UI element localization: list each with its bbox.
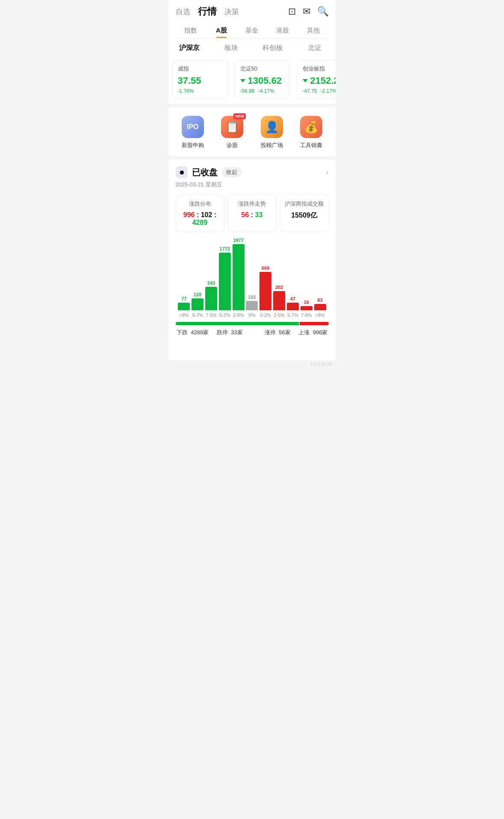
quick-item-tg[interactable]: 👤 投顾广场 [261,116,283,149]
progress-red [300,322,328,325]
card-value-0: 37.55 [178,75,222,86]
colon2: : [214,211,216,218]
bar-rect-7 [273,291,285,310]
bar-label-top-3: 1772 [220,246,230,251]
bar-label-top-4: 1977 [233,238,243,243]
bar-label-top-8: 47 [290,296,295,301]
card-change-2: -47.75 -2.17% [303,88,336,94]
bar-label-top-10: 63 [317,298,322,303]
bar-label-bottom-6: 0-2% [260,312,271,318]
colon3: : [251,211,253,218]
stat-flat: 102 [201,211,212,218]
tab-jijin[interactable]: 基金 [237,22,268,38]
nav-juece[interactable]: 决策 [224,7,239,17]
stat-limit-down: 33 [255,211,263,218]
stat-rise: 996 [183,211,195,218]
bar-rect-6 [259,272,271,310]
tab-zhishu[interactable]: 指数 [176,22,206,38]
fall-label: 下跌 [177,329,188,336]
market-header: ⏺ 已收盘 收起 › [176,166,329,178]
scanner-icon[interactable]: ⊡ [288,6,296,17]
collapse-button[interactable]: 收起 [222,167,242,177]
bar-group-8: 47 5-7% [286,296,300,318]
chevron-right-icon[interactable]: › [326,168,329,177]
bar-label-bottom-0: >9% [179,312,189,318]
quick-item-gj[interactable]: 💰 工具锦囊 [300,116,322,149]
bar-rect-4 [233,244,245,310]
market-status-icon: ⏺ [176,166,188,178]
tab-agu[interactable]: A股 [206,22,237,38]
quick-item-ipo[interactable]: IPO 新股申购 [182,116,204,149]
card-title-2: 创业板指 [303,65,336,73]
index-card-beizhen50[interactable]: 北证50 1305.62 -56.88 -4.17% [235,60,290,99]
bar-label-top-0: 77 [181,296,186,301]
limit-down-label: 跌停 [217,329,228,336]
tab2-kechuang[interactable]: 科创板 [252,42,294,54]
gj-icon-symbol: 💰 [304,121,318,134]
header-nav: 自选 行情 决策 [176,5,239,18]
bar-label-top-7: 202 [275,285,283,290]
bottom-stats: 下跌 4289家 跌停 33家 涨停 56家 上涨 996家 [176,329,329,336]
stat-card-distribution[interactable]: 涨跌分布 996 : 102 : 4289 [176,194,224,232]
quick-access: IPO 新股申购 📋 NEW 诊股 👤 投顾广场 💰 工具锦囊 [169,107,336,156]
tab2-bankuai[interactable]: 板块 [210,42,252,54]
tabs-row-2: 沪深京 板块 科创板 北证 [169,38,336,57]
ipo-label: IPO [187,123,199,131]
tab2-beizhen[interactable]: 北证 [294,42,336,54]
tab2-hushen[interactable]: 沪深京 [169,42,211,54]
search-icon[interactable]: 🔍 [317,6,329,17]
ipo-text: 新股申购 [182,141,204,149]
stat-card-trend[interactable]: 涨跌停走势 56 : 33 [228,194,277,232]
bar-label-bottom-10: >9% [315,312,324,318]
bar-label-bottom-1: 9-7% [192,312,203,318]
gj-text: 工具锦囊 [300,141,322,149]
stat-label-0: 涨跌分布 [180,200,220,208]
stats-row: 涨跌分布 996 : 102 : 4289 涨跌停走势 56 : 33 沪深两指… [176,194,329,232]
bar-rect-2 [205,287,217,310]
mail-icon[interactable]: ✉ [303,6,310,17]
stat-fall: 4289 [192,219,208,226]
colon1: : [197,211,199,218]
header-top: 自选 行情 决策 ⊡ ✉ 🔍 [176,5,329,22]
bar-label-top-9: 16 [304,300,309,305]
tab-ganggu[interactable]: 港股 [267,22,298,38]
bar-chart-area: 77 >9% 120 9-7% 343 7-5% 1772 5-2% 1977 [176,241,329,354]
bar-label-top-5: 102 [248,295,256,300]
nav-zixuan[interactable]: 自选 [176,7,190,17]
bar-rect-5 [246,301,258,310]
header: 自选 行情 决策 ⊡ ✉ 🔍 指数 A股 基金 港股 其他 [169,0,336,38]
bar-group-5: 102 0% [245,295,259,318]
tab-qita[interactable]: 其他 [298,22,329,38]
new-badge: NEW [233,113,246,119]
header-icons: ⊡ ✉ 🔍 [288,6,329,17]
rise-label: 上涨 [298,329,309,336]
bar-label-bottom-8: 5-7% [287,312,298,318]
tg-icon-symbol: 👤 [265,121,279,134]
stat-value-2: 15509亿 [285,211,324,220]
bar-group-6: 668 0-2% [259,265,272,318]
card-value-2: 2152.28 [303,75,336,86]
nav-hangqing[interactable]: 行情 [198,5,217,18]
bar-group-1: 120 9-7% [191,292,204,318]
bottom-stats-left: 下跌 4289家 跌停 33家 [176,329,244,336]
index-card-chengzhi[interactable]: 成指 37.55 -1.76% [172,60,228,99]
limit-up-label: 涨停 [265,329,276,336]
bar-group-3: 1772 5-2% [218,246,232,318]
bar-rect-1 [192,298,203,310]
index-card-chuangye[interactable]: 创业板指 2152.28 -47.75 -2.17% [297,60,336,99]
bar-group-2: 343 7-5% [204,280,218,318]
market-title-row: ⏺ 已收盘 收起 [176,166,242,178]
bar-group-7: 202 2-5% [272,285,286,318]
stat-value-1: 56 : 33 [233,211,272,219]
bar-label-bottom-2: 7-5% [206,312,217,318]
quick-item-zg[interactable]: 📋 NEW 诊股 [221,116,243,149]
stat-card-volume[interactable]: 沪深两指成交额 15509亿 [280,194,329,232]
bar-group-9: 16 7-9% [300,300,313,318]
bars-container: 77 >9% 120 9-7% 343 7-5% 1772 5-2% 1977 [176,241,329,318]
gj-icon: 💰 [300,116,322,138]
bar-label-top-1: 120 [194,292,201,297]
bar-label-bottom-7: 2-5% [274,312,285,318]
bottom-stats-right: 涨停 56家 上涨 996家 [264,329,329,336]
card-change-1: -56.88 -4.17% [240,88,285,94]
bar-group-0: 77 >9% [177,296,191,318]
